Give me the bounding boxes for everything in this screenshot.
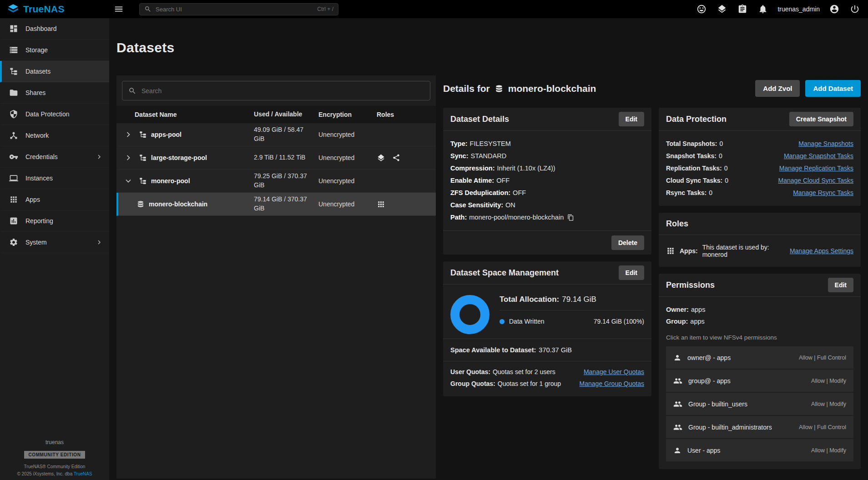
chevron-right-icon[interactable]	[124, 130, 135, 139]
sidebar-item-datasets[interactable]: Datasets	[0, 61, 109, 82]
nfsv4-hint: Click an item to view NFSv4 permissions	[666, 334, 853, 341]
donut-legend: Data Written 79.14 GiB (100%)	[500, 310, 644, 329]
total-snapshots-row: Total Snapshots:0Manage Snapshots	[666, 138, 853, 150]
sidebar-item-instances[interactable]: Instances	[0, 168, 109, 189]
dataset-name: apps-pool	[151, 131, 182, 138]
perm-item-builtin-users[interactable]: Group - builtin_users Allow | Modify	[666, 393, 853, 415]
total-allocation: Total Allocation:79.14 GiB	[500, 291, 644, 310]
sidebar-item-dashboard[interactable]: Dashboard	[0, 18, 109, 40]
field-enable-atime: Enable Atime:OFF	[450, 175, 644, 187]
copy-path-icon[interactable]	[567, 214, 574, 221]
copyright-text: © 2025 iXsystems, Inc. dba	[17, 471, 73, 476]
legend-dot	[500, 319, 505, 324]
delete-dataset-button[interactable]: Delete	[611, 235, 644, 250]
manage-group-quotas-link[interactable]: Manage Group Quotas	[580, 380, 644, 387]
table-row-large-storage-pool[interactable]: large-storage-pool 2.9 TiB / 11.52 TiB U…	[116, 146, 436, 170]
sidebar-item-shares[interactable]: Shares	[0, 82, 109, 104]
laptop-icon	[9, 174, 18, 183]
legend-value: 79.14 GiB (100%)	[594, 318, 644, 325]
sidebar-item-apps[interactable]: Apps	[0, 189, 109, 210]
perm-item-group-at[interactable]: group@ - apps Allow | Modify	[666, 370, 853, 392]
person-icon	[673, 446, 681, 455]
dataset-search[interactable]	[122, 81, 430, 100]
feedback-smiley-icon[interactable]	[696, 3, 707, 15]
perm-value: Allow | Modify	[811, 401, 846, 407]
card-title: Roles	[666, 219, 688, 229]
role-share-icon	[392, 154, 400, 162]
account-circle-icon[interactable]	[828, 3, 840, 15]
table-row-monero-blockchain[interactable]: monero-blockchain 79.14 GiB / 370.37 GiB…	[116, 193, 436, 216]
edition-badge: COMMUNITY EDITION	[24, 451, 85, 459]
sidebar-item-label: Credentials	[25, 153, 58, 160]
dataset-name: monero-pool	[151, 177, 190, 185]
perm-item-user-apps[interactable]: User - apps Allow | Modify	[666, 439, 853, 461]
sidebar-item-reporting[interactable]: Reporting	[0, 210, 109, 232]
notifications-bell-icon[interactable]	[757, 3, 769, 15]
sidebar-item-label: Network	[25, 132, 49, 139]
table-row-monero-pool[interactable]: monero-pool 79.25 GiB / 370.37 GiB Unenc…	[116, 170, 436, 193]
perm-item-owner[interactable]: owner@ - apps Allow | Full Control	[666, 346, 853, 369]
chevron-down-icon[interactable]	[124, 176, 135, 185]
power-icon[interactable]	[849, 3, 861, 15]
roles-apps-row: Apps: This dataset is used by: monerod M…	[666, 242, 853, 260]
sidebar-item-label: Storage	[25, 46, 48, 54]
chevron-right-icon	[96, 239, 103, 246]
dataset-icon	[495, 84, 504, 93]
sidebar-item-credentials[interactable]: Credentials	[0, 146, 109, 168]
person-icon	[673, 354, 681, 362]
gear-icon	[9, 238, 18, 247]
manage-rsync-tasks-link[interactable]: Manage Rsync Tasks	[793, 187, 853, 199]
perm-item-builtin-administrators[interactable]: Group - builtin_administrators Allow | F…	[666, 416, 853, 438]
sidebar-item-network[interactable]: Network	[0, 125, 109, 146]
perm-who: group@ - apps	[688, 377, 731, 385]
sidebar-item-data-protection[interactable]: Data Protection	[0, 104, 109, 125]
group-icon	[673, 400, 682, 409]
field-type: Type:FILESYSTEM	[450, 138, 644, 150]
global-search-input[interactable]	[156, 6, 313, 13]
details-title: Details for monero-blockchain	[443, 83, 596, 94]
create-snapshot-button[interactable]: Create Snapshot	[789, 112, 853, 126]
manage-apps-settings-link[interactable]: Manage Apps Settings	[790, 247, 853, 255]
pool-tree-icon	[139, 154, 147, 162]
chevron-right-icon[interactable]	[124, 153, 135, 162]
logged-in-username[interactable]: truenas_admin	[777, 5, 820, 13]
folder-icon	[9, 88, 18, 97]
table-row-apps-pool[interactable]: apps-pool 49.09 GiB / 58.47 GiB Unencryp…	[116, 123, 436, 146]
hamburger-menu-icon[interactable]	[113, 3, 125, 15]
manage-snapshots-link[interactable]: Manage Snapshots	[798, 138, 853, 150]
jobs-layers-icon[interactable]	[716, 3, 728, 15]
top-bar: TrueNAS Ctrl + / truenas_admin	[0, 0, 868, 18]
edit-permissions-button[interactable]: Edit	[828, 278, 853, 292]
details-header: Details for monero-blockchain Add Zvol A…	[443, 80, 861, 97]
edit-dataset-details-button[interactable]: Edit	[619, 112, 644, 126]
sidebar-item-label: Apps	[25, 196, 40, 203]
details-dataset-name: monero-blockchain	[508, 83, 596, 94]
add-dataset-button[interactable]: Add Dataset	[805, 80, 861, 97]
edit-space-button[interactable]: Edit	[619, 265, 644, 280]
search-shortcut-hint: Ctrl + /	[317, 6, 333, 12]
used-available-value: 79.25 GiB / 370.37 GiB	[254, 172, 318, 190]
manage-snapshot-tasks-link[interactable]: Manage Snapshot Tasks	[784, 150, 853, 162]
manage-replication-tasks-link[interactable]: Manage Replication Tasks	[779, 162, 853, 175]
dataset-icon	[136, 200, 145, 208]
user-quotas-row: User Quotas:Quotas set for 2 users Manag…	[450, 366, 644, 378]
space-usage-donut-chart	[450, 295, 490, 334]
used-available-value: 2.9 TiB / 11.52 TiB	[254, 153, 318, 162]
roles-cell	[377, 154, 436, 162]
rsync-tasks-row: Rsync Tasks:0Manage Rsync Tasks	[666, 187, 853, 199]
sidebar-item-storage[interactable]: Storage	[0, 40, 109, 61]
global-search[interactable]: Ctrl + /	[139, 3, 338, 15]
perm-who: Group - builtin_administrators	[688, 424, 772, 431]
brand-name: TrueNAS	[23, 4, 65, 15]
dataset-search-input[interactable]	[141, 87, 424, 95]
truenas-logo[interactable]: TrueNAS	[7, 3, 106, 15]
add-zvol-button[interactable]: Add Zvol	[755, 80, 800, 97]
copyright-brand-link[interactable]: TrueNAS	[74, 471, 92, 476]
checklist-clipboard-icon[interactable]	[737, 3, 748, 15]
manage-cloud-sync-tasks-link[interactable]: Manage Cloud Sync Tasks	[778, 175, 854, 187]
sidebar-item-system[interactable]: System	[0, 232, 109, 253]
encryption-value: Unencrypted	[318, 200, 377, 208]
details-panel: Details for monero-blockchain Add Zvol A…	[443, 75, 861, 476]
manage-user-quotas-link[interactable]: Manage User Quotas	[584, 368, 644, 375]
sidebar-footer: truenas COMMUNITY EDITION TrueNAS® Commu…	[0, 439, 109, 476]
